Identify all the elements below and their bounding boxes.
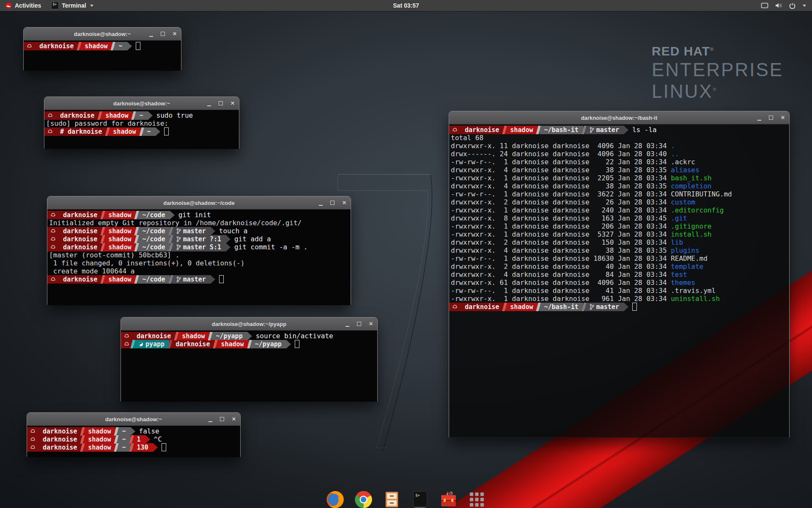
output-text: create mode 100644 a	[49, 267, 134, 275]
volume-icon[interactable]	[775, 3, 783, 8]
minimize-button[interactable]	[344, 321, 350, 327]
prompt-segment-host: shadow	[505, 303, 538, 311]
prompt-segment-user: darknoise	[58, 275, 102, 284]
prompt-segment-status: 130	[132, 443, 153, 452]
titlebar[interactable]: darknoise@shadow:~/code ✕	[47, 196, 351, 210]
terminal-window-exit-codes: darknoise@shadow:~ ✕ darknoiseshadow~fal…	[27, 412, 241, 457]
output-text: 1 file changed, 0 insertions(+), 0 delet…	[49, 259, 244, 267]
file-name-dir: aliases	[671, 166, 699, 174]
minimize-button[interactable]	[206, 100, 212, 106]
close-button[interactable]: ✕	[341, 200, 347, 206]
prompt-arrow	[148, 111, 153, 120]
terminal-cursor[interactable]	[632, 303, 637, 311]
close-button[interactable]: ✕	[231, 416, 237, 422]
maximize-button[interactable]	[329, 200, 335, 206]
terminal-line: darknoiseshadow~/codegit init	[47, 211, 351, 219]
app-menu-terminal[interactable]: $> Terminal	[46, 0, 98, 11]
clock[interactable]: Sat 03:57	[393, 2, 419, 9]
terminal-line: pyappdarknoiseshadow~/pyapp	[121, 340, 377, 348]
close-button[interactable]: ✕	[780, 115, 786, 121]
terminal-cursor[interactable]	[164, 127, 169, 135]
dock-chrome-icon[interactable]	[354, 489, 374, 508]
prompt-segment-host: shadow	[108, 127, 140, 136]
minimize-button[interactable]	[148, 31, 154, 37]
dock-firefox-icon[interactable]	[325, 489, 346, 508]
redhat-prompt-icon	[50, 236, 56, 242]
terminal-cursor[interactable]	[136, 42, 140, 50]
titlebar[interactable]: darknoise@shadow:~ ✕	[24, 28, 181, 41]
prompt-arrow	[127, 42, 132, 50]
prompt-arrow	[286, 340, 291, 348]
dock-app-grid-icon[interactable]	[467, 489, 487, 508]
terminal-line: darknoiseshadow~/codemaster S:1git commi…	[47, 243, 351, 251]
maximize-button[interactable]	[218, 100, 224, 106]
file-name-dir: plugins	[671, 246, 699, 254]
terminal-line: drwxrwxr-x. 4 darknoise darknoise 84 Jan…	[449, 271, 789, 279]
minimize-button[interactable]	[207, 416, 213, 422]
file-name-dir: test	[671, 271, 687, 279]
dock-terminal-icon[interactable]: $>	[410, 489, 431, 508]
redhat-prompt-icon	[50, 212, 56, 218]
prompt-arrow	[131, 427, 135, 436]
prompt-segment-path: ~	[117, 427, 130, 436]
prompt-segment-status: 1	[132, 435, 145, 444]
file-name-dir: completion	[671, 182, 711, 190]
close-button[interactable]: ✕	[230, 100, 236, 106]
redhat-prompt-icon	[50, 276, 56, 282]
terminal-line: darknoiseshadow~	[24, 42, 181, 50]
prompt-segment-user: darknoise	[55, 111, 99, 120]
prompt-segment-host: shadow	[104, 243, 136, 251]
terminal-line: darknoiseshadow~130	[27, 443, 240, 451]
close-button[interactable]: ✕	[172, 31, 178, 37]
output-text: -rwxrwxr-x. 1 darknoise darknoise 240 Ja…	[451, 206, 671, 214]
prompt-segment-path: ~	[114, 42, 127, 50]
terminal-content[interactable]: darknoiseshadow~	[24, 41, 181, 71]
redhat-prompt-icon	[30, 444, 36, 450]
redhat-prompt-icon	[30, 428, 36, 434]
prompt-segment-path: ~	[117, 443, 130, 452]
titlebar[interactable]: darknoise@shadow:~/pyapp ✕	[121, 318, 377, 331]
terminal-content[interactable]: darknoiseshadow~/bash-itmasterls -latota…	[449, 124, 789, 438]
system-menu-chevron-icon[interactable]	[803, 5, 806, 7]
terminal-cursor[interactable]	[162, 443, 166, 451]
prompt-segment-git: master	[585, 303, 624, 311]
maximize-button[interactable]	[160, 31, 166, 37]
prompt-segment-user: darknoise	[58, 227, 102, 235]
titlebar[interactable]: darknoise@shadow:~ ✕	[27, 413, 240, 426]
prompt-arrow	[624, 126, 628, 134]
titlebar[interactable]: darknoise@shadow:~/bash-it ✕	[449, 111, 789, 124]
terminal-content[interactable]: darknoiseshadow~/pyappsource bin/activat…	[121, 331, 377, 402]
minimize-button[interactable]	[756, 115, 762, 121]
dock-toolbox-icon[interactable]	[439, 489, 459, 508]
prompt-segment-path: ~	[143, 127, 156, 136]
terminal-content[interactable]: darknoiseshadow~sudo true[sudo] password…	[44, 110, 239, 149]
terminal-line: -rw-rw-r--. 1 darknoise darknoise 22 Jan…	[449, 158, 789, 166]
git-branch-icon	[590, 127, 594, 133]
titlebar[interactable]: darknoise@shadow:~ ✕	[44, 97, 239, 110]
dock-files-icon[interactable]	[382, 489, 402, 508]
file-name-dir: lib	[671, 238, 683, 246]
prompt-arrow	[170, 211, 175, 219]
maximize-button[interactable]	[356, 321, 362, 327]
terminal-line: darknoiseshadow~/bash-itmasterls -la	[449, 126, 789, 134]
minimize-button[interactable]	[318, 200, 324, 206]
terminal-content[interactable]: darknoiseshadow~/codegit initInitialized…	[47, 210, 351, 305]
power-icon[interactable]	[789, 3, 796, 9]
prompt-arrow	[153, 443, 158, 452]
window-title: darknoise@shadow:~/bash-it	[449, 111, 789, 124]
maximize-button[interactable]	[768, 115, 774, 121]
terminal-cursor[interactable]	[295, 340, 299, 348]
close-button[interactable]: ✕	[368, 321, 374, 327]
prompt-segment-path: ~/bash-it	[539, 126, 583, 134]
maximize-button[interactable]	[219, 416, 225, 422]
wallpaper-line-art	[332, 168, 459, 461]
prompt-segment-path: ~/code	[137, 275, 170, 284]
terminal-content[interactable]: darknoiseshadow~falsedarknoiseshadow~1^C…	[27, 426, 240, 457]
redhat-prompt-icon	[50, 244, 56, 250]
redhat-prompt-icon	[452, 127, 458, 133]
command-text: false	[139, 427, 159, 435]
display-icon[interactable]	[761, 3, 768, 8]
activities-button[interactable]: Activities	[0, 0, 46, 11]
terminal-cursor[interactable]	[219, 275, 224, 283]
prompt-segment-user: # darknoise	[55, 127, 107, 136]
